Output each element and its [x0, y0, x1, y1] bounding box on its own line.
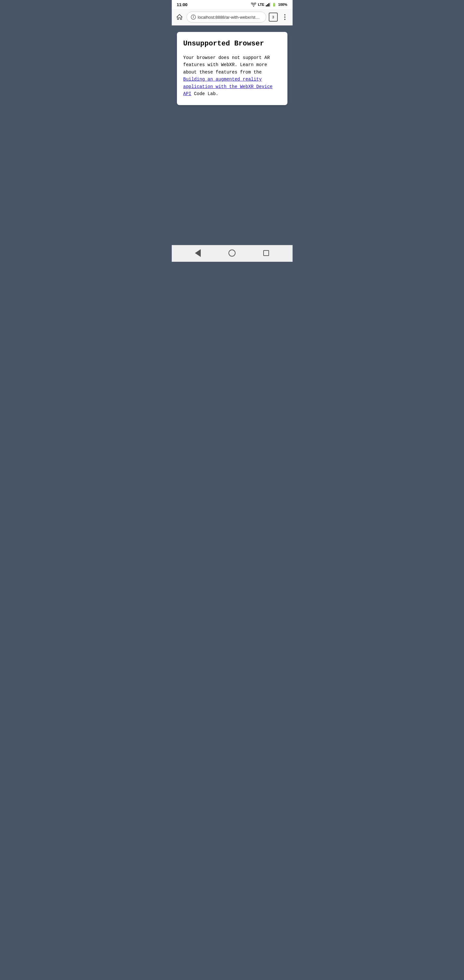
body-before-link: Your browser does not support AR feature…: [183, 55, 270, 75]
menu-dot-3: [284, 19, 286, 20]
status-bar: 11:00 LTE 🔋 100%: [172, 0, 292, 9]
svg-rect-3: [270, 3, 270, 6]
menu-dot-2: [284, 16, 286, 18]
home-button[interactable]: [175, 13, 184, 22]
nav-home-button[interactable]: [229, 250, 235, 257]
nav-bar: [172, 245, 292, 262]
signal-icon: [266, 3, 270, 6]
body-after-link: Code Lab.: [191, 91, 218, 96]
nav-back-button[interactable]: [195, 249, 201, 257]
tabs-button[interactable]: 3: [269, 13, 278, 22]
page-content: Unsupported Browser Your browser does no…: [172, 25, 292, 245]
wifi-icon: [251, 3, 256, 6]
back-icon: [195, 249, 201, 257]
nav-recent-button[interactable]: [263, 250, 269, 256]
recent-icon: [263, 250, 269, 256]
menu-dot-1: [284, 14, 286, 16]
info-icon: [191, 14, 196, 20]
browser-chrome: localhost:8888/ar-with-webxr/step-0 3: [172, 9, 292, 25]
battery-percentage: 100%: [278, 3, 287, 6]
browser-toolbar: localhost:8888/ar-with-webxr/step-0 3: [172, 9, 292, 25]
battery-icon: 🔋: [272, 3, 276, 7]
svg-point-6: [193, 16, 193, 16]
status-time: 11:00: [177, 2, 188, 7]
svg-rect-0: [266, 5, 267, 6]
svg-rect-1: [267, 4, 268, 6]
tabs-count: 3: [272, 15, 274, 19]
card-title: Unsupported Browser: [183, 40, 281, 48]
card-body: Your browser does not support AR feature…: [183, 54, 281, 97]
content-card: Unsupported Browser Your browser does no…: [177, 32, 288, 105]
svg-rect-2: [269, 3, 269, 6]
menu-button[interactable]: [280, 13, 289, 22]
address-bar[interactable]: localhost:8888/ar-with-webxr/step-0: [187, 12, 266, 22]
status-icons: LTE 🔋 100%: [251, 3, 287, 7]
home-icon: [176, 14, 183, 21]
home-circle-icon: [229, 250, 235, 257]
address-text: localhost:8888/ar-with-webxr/step-0: [198, 15, 262, 20]
lte-label: LTE: [258, 3, 264, 6]
